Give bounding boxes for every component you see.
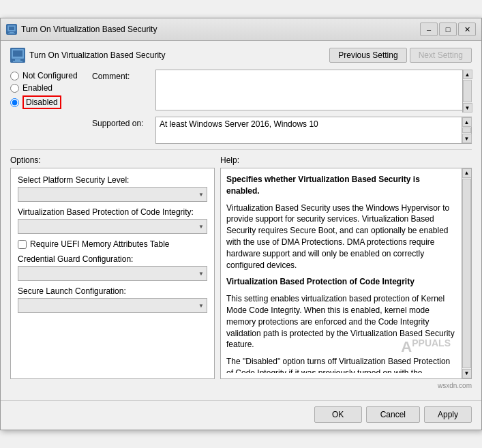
help-scroll-up[interactable]: ▲ (462, 168, 472, 178)
radio-group: Not Configured Enabled Disabled (10, 70, 85, 144)
secure-launch-label: Secure Launch Configuration: (18, 286, 207, 296)
watermark-text: wsxdn.com (438, 382, 472, 389)
supported-on-scrollbar: ▲ ▼ (462, 117, 471, 143)
scroll-down-arrow[interactable]: ▼ (463, 103, 472, 113)
platform-security-dropdown[interactable]: ▼ (18, 187, 207, 202)
minimize-button[interactable]: – (420, 23, 438, 36)
policy-icon (10, 48, 25, 63)
radio-enabled-input[interactable] (10, 84, 19, 93)
right-fields: Comment: ▲ ▼ Supported on: At (92, 70, 472, 144)
code-integrity-dropdown[interactable]: ▼ (18, 219, 207, 234)
comment-label: Comment: (92, 70, 150, 81)
options-label-container: Options: (10, 155, 215, 165)
uefi-checkbox-row[interactable]: Require UEFI Memory Attributes Table (18, 239, 207, 249)
help-para-2: Virtualization Based Protection of Code … (226, 276, 455, 288)
comment-scrollbar: ▲ ▼ (462, 70, 472, 113)
supported-on-box: At least Windows Server 2016, Windows 10… (155, 117, 472, 144)
title-bar-controls: – □ ✕ (420, 23, 476, 36)
svg-rect-3 (8, 33, 15, 34)
credential-guard-dropdown[interactable]: ▼ (18, 266, 207, 281)
radio-disabled-input[interactable] (10, 98, 19, 107)
next-setting-button[interactable]: Next Setting (410, 48, 472, 63)
radio-enabled[interactable]: Enabled (10, 83, 85, 93)
window-icon (6, 24, 17, 35)
prev-setting-button[interactable]: Previous Setting (329, 48, 406, 63)
code-integrity-arrow: ▼ (198, 224, 204, 230)
options-section-label: Options: (10, 155, 41, 165)
comment-textarea[interactable] (155, 70, 472, 110)
radio-not-configured-label: Not Configured (22, 71, 78, 80)
platform-security-group: Select Platform Security Level: ▼ (18, 175, 207, 202)
scroll-thumb (463, 80, 472, 102)
supported-scroll-down[interactable]: ▼ (462, 134, 472, 143)
svg-rect-8 (13, 61, 22, 63)
credential-guard-group: Credential Guard Configuration: ▼ (18, 254, 207, 281)
watermark-row: wsxdn.com (10, 382, 472, 389)
radio-disabled[interactable]: Disabled (10, 95, 85, 109)
uefi-label: Require UEFI Memory Attributes Table (30, 239, 170, 249)
header-row: Turn On Virtualization Based Security Pr… (10, 48, 472, 63)
bottom-bar: OK Cancel Apply (1, 400, 481, 430)
help-text: Specifies whether Virtualization Based S… (226, 174, 466, 373)
supported-scroll-thumb (462, 128, 471, 133)
help-para-1: Virtualization Based Security uses the W… (226, 203, 455, 271)
help-scroll-thumb (462, 179, 471, 368)
platform-security-label: Select Platform Security Level: (18, 175, 207, 185)
window-title: Turn On Virtualization Based Security (21, 25, 157, 34)
header-title: Turn On Virtualization Based Security (29, 50, 165, 60)
radio-disabled-label: Disabled (22, 95, 61, 109)
main-window: Turn On Virtualization Based Security – … (0, 18, 482, 430)
secure-launch-group: Secure Launch Configuration: ▼ (18, 286, 207, 313)
scroll-up-arrow[interactable]: ▲ (463, 70, 472, 79)
title-bar-left: Turn On Virtualization Based Security (6, 24, 157, 35)
supported-on-field-row: Supported on: At least Windows Server 20… (92, 117, 472, 144)
divider (10, 149, 472, 150)
svg-rect-2 (10, 32, 14, 33)
nav-buttons: Previous Setting Next Setting (329, 48, 472, 63)
help-para-0: Specifies whether Virtualization Based S… (226, 174, 455, 197)
options-panel: Select Platform Security Level: ▼ Virtua… (10, 168, 215, 379)
section-labels-row: Options: Help: (10, 155, 472, 165)
help-panel: Specifies whether Virtualization Based S… (220, 168, 472, 379)
supported-scroll-up[interactable]: ▲ (462, 117, 472, 127)
supported-on-value: At least Windows Server 2016, Windows 10 (160, 119, 329, 129)
help-label-container: Help: (220, 155, 472, 165)
radio-enabled-label: Enabled (22, 83, 52, 93)
ok-button[interactable]: OK (314, 406, 362, 423)
svg-rect-7 (15, 59, 20, 61)
radio-not-configured-input[interactable] (10, 72, 19, 80)
help-para-3: This setting enables virtualization base… (226, 293, 455, 350)
options-help-row: Select Platform Security Level: ▼ Virtua… (10, 168, 472, 379)
help-section-label: Help: (220, 155, 239, 165)
form-section: Not Configured Enabled Disabled Comment: (10, 70, 472, 144)
content-area: Turn On Virtualization Based Security Pr… (1, 41, 481, 396)
header-left: Turn On Virtualization Based Security (10, 48, 165, 63)
help-para-4: The "Disabled" option turns off Virtuali… (226, 356, 455, 373)
code-integrity-label: Virtualization Based Protection of Code … (18, 207, 207, 217)
cancel-button[interactable]: Cancel (366, 406, 420, 423)
close-button[interactable]: ✕ (458, 23, 476, 36)
supported-on-label: Supported on: (92, 117, 150, 128)
radio-not-configured[interactable]: Not Configured (10, 71, 85, 80)
comment-field-row: Comment: ▲ ▼ (92, 70, 472, 113)
help-para-0-strong: Specifies whether Virtualization Based S… (226, 175, 420, 196)
credential-guard-label: Credential Guard Configuration: (18, 254, 207, 264)
uefi-checkbox[interactable] (18, 240, 27, 249)
code-integrity-group: Virtualization Based Protection of Code … (18, 207, 207, 234)
help-scrollbar: ▲ ▼ (462, 168, 471, 378)
secure-launch-dropdown[interactable]: ▼ (18, 298, 207, 313)
maximize-button[interactable]: □ (439, 23, 457, 36)
apply-button[interactable]: Apply (424, 406, 472, 423)
title-bar: Turn On Virtualization Based Security – … (1, 18, 481, 41)
help-scroll-down[interactable]: ▼ (462, 369, 472, 378)
secure-launch-arrow: ▼ (198, 303, 204, 309)
credential-guard-arrow: ▼ (198, 271, 204, 277)
svg-rect-1 (9, 27, 14, 30)
svg-rect-6 (13, 50, 22, 57)
platform-security-arrow: ▼ (198, 192, 204, 198)
